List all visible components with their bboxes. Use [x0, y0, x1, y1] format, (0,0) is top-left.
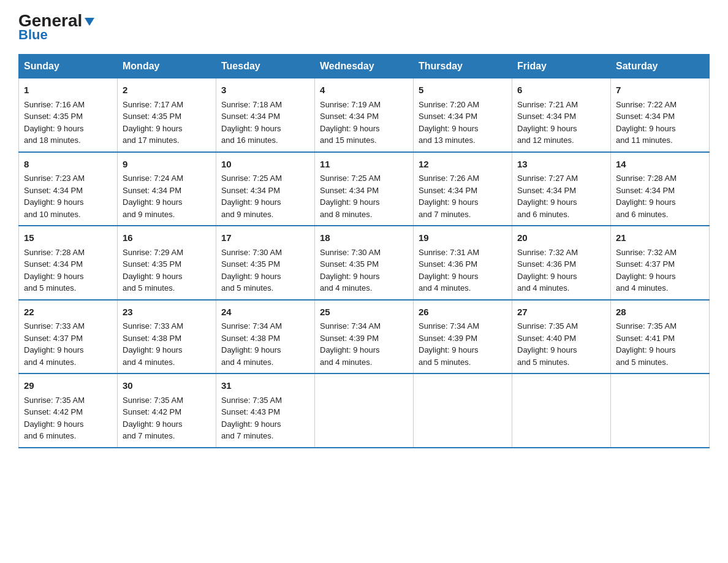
day-number: 24 — [221, 305, 309, 320]
day-info: Sunrise: 7:34 AMSunset: 4:39 PMDaylight:… — [419, 320, 507, 368]
header-wednesday: Wednesday — [315, 55, 414, 79]
header-thursday: Thursday — [414, 55, 512, 79]
calendar-cell — [315, 373, 414, 448]
day-info: Sunrise: 7:22 AMSunset: 4:34 PMDaylight:… — [616, 99, 704, 147]
calendar-cell: 21Sunrise: 7:32 AMSunset: 4:37 PMDayligh… — [611, 226, 710, 300]
day-number: 7 — [616, 83, 704, 98]
day-number: 26 — [419, 305, 507, 320]
calendar-cell: 26Sunrise: 7:34 AMSunset: 4:39 PMDayligh… — [414, 300, 512, 374]
calendar-cell: 14Sunrise: 7:28 AMSunset: 4:34 PMDayligh… — [611, 152, 710, 226]
day-info: Sunrise: 7:30 AMSunset: 4:35 PMDaylight:… — [320, 247, 408, 294]
day-info: Sunrise: 7:28 AMSunset: 4:34 PMDaylight:… — [24, 247, 112, 294]
calendar-cell: 13Sunrise: 7:27 AMSunset: 4:34 PMDayligh… — [512, 152, 611, 226]
calendar-cell: 12Sunrise: 7:26 AMSunset: 4:34 PMDayligh… — [414, 152, 512, 226]
day-number: 9 — [123, 158, 211, 172]
day-info: Sunrise: 7:26 AMSunset: 4:34 PMDaylight:… — [419, 172, 507, 220]
day-info: Sunrise: 7:28 AMSunset: 4:34 PMDaylight:… — [616, 172, 704, 220]
day-number: 10 — [221, 158, 309, 172]
day-number: 27 — [517, 305, 605, 320]
week-row-3: 15Sunrise: 7:28 AMSunset: 4:34 PMDayligh… — [19, 226, 710, 300]
calendar-cell: 25Sunrise: 7:34 AMSunset: 4:39 PMDayligh… — [315, 300, 414, 374]
day-info: Sunrise: 7:17 AMSunset: 4:35 PMDaylight:… — [123, 99, 211, 147]
page-header: General Blue — [18, 12, 710, 43]
day-number: 30 — [123, 379, 211, 393]
header-friday: Friday — [512, 55, 611, 79]
day-number: 15 — [24, 231, 112, 245]
calendar-cell: 19Sunrise: 7:31 AMSunset: 4:36 PMDayligh… — [414, 226, 512, 300]
day-number: 3 — [221, 83, 309, 98]
day-number: 18 — [320, 231, 408, 245]
day-number: 6 — [517, 83, 605, 98]
calendar-cell: 27Sunrise: 7:35 AMSunset: 4:40 PMDayligh… — [512, 300, 611, 374]
day-info: Sunrise: 7:35 AMSunset: 4:41 PMDaylight:… — [616, 320, 704, 368]
day-info: Sunrise: 7:35 AMSunset: 4:42 PMDaylight:… — [24, 394, 112, 442]
calendar-cell: 2Sunrise: 7:17 AMSunset: 4:35 PMDaylight… — [118, 79, 216, 152]
calendar-cell: 24Sunrise: 7:34 AMSunset: 4:38 PMDayligh… — [216, 300, 315, 374]
day-info: Sunrise: 7:33 AMSunset: 4:38 PMDaylight:… — [123, 320, 211, 368]
calendar-header-row: SundayMondayTuesdayWednesdayThursdayFrid… — [19, 55, 710, 79]
day-info: Sunrise: 7:16 AMSunset: 4:35 PMDaylight:… — [24, 99, 112, 147]
day-info: Sunrise: 7:29 AMSunset: 4:35 PMDaylight:… — [123, 247, 211, 294]
calendar-cell: 18Sunrise: 7:30 AMSunset: 4:35 PMDayligh… — [315, 226, 414, 300]
day-number: 11 — [320, 158, 408, 172]
calendar-cell: 3Sunrise: 7:18 AMSunset: 4:34 PMDaylight… — [216, 79, 315, 152]
day-info: Sunrise: 7:20 AMSunset: 4:34 PMDaylight:… — [419, 99, 507, 147]
day-info: Sunrise: 7:25 AMSunset: 4:34 PMDaylight:… — [320, 172, 408, 220]
day-number: 22 — [24, 305, 112, 320]
day-number: 19 — [419, 231, 507, 245]
calendar-cell: 9Sunrise: 7:24 AMSunset: 4:34 PMDaylight… — [118, 152, 216, 226]
calendar-cell: 16Sunrise: 7:29 AMSunset: 4:35 PMDayligh… — [118, 226, 216, 300]
day-number: 23 — [123, 305, 211, 320]
header-monday: Monday — [118, 55, 216, 79]
calendar-cell: 6Sunrise: 7:21 AMSunset: 4:34 PMDaylight… — [512, 79, 611, 152]
day-number: 28 — [616, 305, 704, 320]
day-info: Sunrise: 7:24 AMSunset: 4:34 PMDaylight:… — [123, 172, 211, 220]
day-number: 21 — [616, 231, 704, 245]
day-info: Sunrise: 7:19 AMSunset: 4:34 PMDaylight:… — [320, 99, 408, 147]
day-info: Sunrise: 7:35 AMSunset: 4:42 PMDaylight:… — [123, 394, 211, 442]
day-info: Sunrise: 7:25 AMSunset: 4:34 PMDaylight:… — [221, 172, 309, 220]
day-info: Sunrise: 7:33 AMSunset: 4:37 PMDaylight:… — [24, 320, 112, 368]
week-row-4: 22Sunrise: 7:33 AMSunset: 4:37 PMDayligh… — [19, 300, 710, 374]
day-info: Sunrise: 7:34 AMSunset: 4:38 PMDaylight:… — [221, 320, 309, 368]
calendar-cell — [611, 373, 710, 448]
calendar-cell: 15Sunrise: 7:28 AMSunset: 4:34 PMDayligh… — [19, 226, 118, 300]
day-number: 8 — [24, 158, 112, 172]
calendar-cell: 30Sunrise: 7:35 AMSunset: 4:42 PMDayligh… — [118, 373, 216, 448]
calendar-cell: 17Sunrise: 7:30 AMSunset: 4:35 PMDayligh… — [216, 226, 315, 300]
day-info: Sunrise: 7:35 AMSunset: 4:43 PMDaylight:… — [221, 394, 309, 442]
calendar-cell: 1Sunrise: 7:16 AMSunset: 4:35 PMDaylight… — [19, 79, 118, 152]
week-row-1: 1Sunrise: 7:16 AMSunset: 4:35 PMDaylight… — [19, 79, 710, 152]
calendar-cell: 20Sunrise: 7:32 AMSunset: 4:36 PMDayligh… — [512, 226, 611, 300]
day-number: 17 — [221, 231, 309, 245]
calendar-cell: 4Sunrise: 7:19 AMSunset: 4:34 PMDaylight… — [315, 79, 414, 152]
header-sunday: Sunday — [19, 55, 118, 79]
logo-blue: Blue — [18, 27, 48, 43]
header-saturday: Saturday — [611, 55, 710, 79]
week-row-2: 8Sunrise: 7:23 AMSunset: 4:34 PMDaylight… — [19, 152, 710, 226]
day-info: Sunrise: 7:35 AMSunset: 4:40 PMDaylight:… — [517, 320, 605, 368]
day-number: 14 — [616, 158, 704, 172]
day-number: 20 — [517, 231, 605, 245]
day-info: Sunrise: 7:18 AMSunset: 4:34 PMDaylight:… — [221, 99, 309, 147]
week-row-5: 29Sunrise: 7:35 AMSunset: 4:42 PMDayligh… — [19, 373, 710, 448]
calendar-cell: 11Sunrise: 7:25 AMSunset: 4:34 PMDayligh… — [315, 152, 414, 226]
day-info: Sunrise: 7:32 AMSunset: 4:37 PMDaylight:… — [616, 247, 704, 294]
calendar-cell: 31Sunrise: 7:35 AMSunset: 4:43 PMDayligh… — [216, 373, 315, 448]
calendar-cell: 5Sunrise: 7:20 AMSunset: 4:34 PMDaylight… — [414, 79, 512, 152]
day-number: 4 — [320, 83, 408, 98]
calendar-cell — [414, 373, 512, 448]
day-info: Sunrise: 7:34 AMSunset: 4:39 PMDaylight:… — [320, 320, 408, 368]
day-number: 5 — [419, 83, 507, 98]
calendar-cell — [512, 373, 611, 448]
header-tuesday: Tuesday — [216, 55, 315, 79]
day-info: Sunrise: 7:27 AMSunset: 4:34 PMDaylight:… — [517, 172, 605, 220]
calendar-cell: 28Sunrise: 7:35 AMSunset: 4:41 PMDayligh… — [611, 300, 710, 374]
calendar-cell: 10Sunrise: 7:25 AMSunset: 4:34 PMDayligh… — [216, 152, 315, 226]
day-number: 12 — [419, 158, 507, 172]
day-number: 31 — [221, 379, 309, 393]
calendar-cell: 7Sunrise: 7:22 AMSunset: 4:34 PMDaylight… — [611, 79, 710, 152]
day-number: 1 — [24, 83, 112, 98]
calendar-cell: 22Sunrise: 7:33 AMSunset: 4:37 PMDayligh… — [19, 300, 118, 374]
day-info: Sunrise: 7:31 AMSunset: 4:36 PMDaylight:… — [419, 247, 507, 294]
